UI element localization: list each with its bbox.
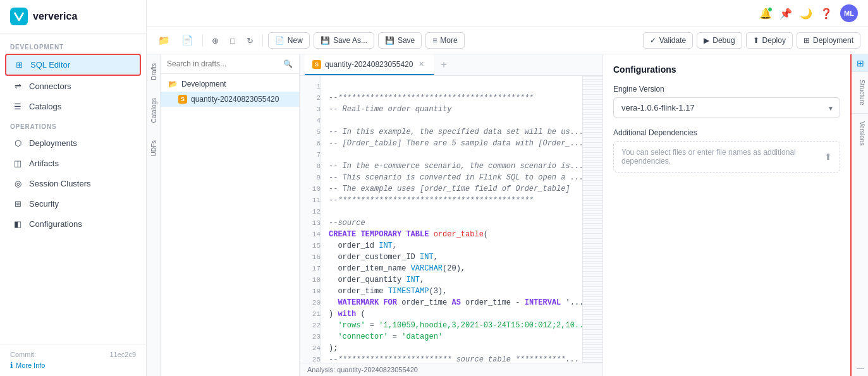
moon-icon[interactable]: 🌙 bbox=[800, 8, 812, 20]
more-info-link[interactable]: ℹ More Info bbox=[10, 361, 136, 370]
refresh-icon-btn[interactable]: ↻ bbox=[243, 33, 257, 48]
pin-icon[interactable]: 📌 bbox=[779, 8, 792, 20]
tab-add-btn[interactable]: ＋ bbox=[436, 56, 451, 74]
validate-icon: ✓ bbox=[650, 36, 656, 45]
new-btn-label: New bbox=[288, 36, 303, 45]
tab-close-btn[interactable]: ✕ bbox=[417, 59, 426, 69]
editor-area: Drafts Catalogs UDFs 🔍 📂 Development S q… bbox=[147, 54, 868, 376]
code-editor-wrapper: S quantity-20240823055420 ✕ ＋ 1234567891… bbox=[300, 54, 602, 376]
more-icon: ≡ bbox=[432, 36, 437, 45]
sidebar-item-label-connectors: Connectors bbox=[29, 82, 71, 91]
sidebar: ververica DEVELOPMENT ⊞ SQL Editor ⇌ Con… bbox=[0, 0, 147, 376]
code-area: 1234567891011121314151617181920212223242… bbox=[300, 76, 602, 363]
right-panel-collapse-btn[interactable]: — bbox=[852, 363, 868, 376]
target-icon-btn[interactable]: ⊕ bbox=[208, 33, 223, 48]
sidebar-item-catalogs[interactable]: ☰ Catalogs bbox=[5, 97, 141, 116]
drafts-search-input[interactable] bbox=[167, 59, 279, 68]
sidebar-item-label-artifacts: Artifacts bbox=[29, 159, 59, 168]
save-icon: 💾 bbox=[385, 36, 394, 45]
security-icon: ⊞ bbox=[13, 199, 23, 209]
tree-file-label: quantity-20240823055420 bbox=[191, 95, 279, 104]
tree-item-quantity-file[interactable]: S quantity-20240823055420 bbox=[161, 92, 299, 107]
tab-file-badge: S bbox=[312, 60, 321, 69]
right-panel-title: Configurations bbox=[613, 64, 840, 75]
editor-tabs-bar: S quantity-20240823055420 ✕ ＋ bbox=[300, 54, 602, 76]
notification-bell[interactable]: 🔔 bbox=[759, 8, 772, 20]
sidebar-item-label-security: Security bbox=[29, 199, 59, 209]
file-badge-sql: S bbox=[178, 95, 187, 104]
deploy-label: Deploy bbox=[762, 36, 786, 45]
sidebar-item-connectors[interactable]: ⇌ Connectors bbox=[5, 76, 141, 96]
notification-badge bbox=[767, 7, 773, 12]
sidebar-item-sql-editor[interactable]: ⊞ SQL Editor bbox=[5, 54, 141, 76]
debug-button[interactable]: ▶ Debug bbox=[697, 32, 742, 49]
engine-version-select[interactable]: vera-1.0.6-flink-1.17vera-1.0.5-flink-1.… bbox=[613, 97, 840, 118]
sidebar-item-deployments[interactable]: ⬡ Deployments bbox=[5, 133, 141, 153]
deployment-icon: ⊞ bbox=[804, 36, 810, 45]
search-icon: 🔍 bbox=[283, 59, 293, 68]
toolbar: 📁 📄 ⊕ □ ↻ 📄 New 💾 Save As... 💾 Save ≡ Mo… bbox=[147, 27, 868, 54]
vertical-tabs-panel: Drafts Catalogs UDFs bbox=[147, 54, 161, 376]
editor-tab-label: quantity-20240823055420 bbox=[325, 60, 413, 69]
more-info-label: More Info bbox=[16, 361, 45, 369]
more-button[interactable]: ≡ More bbox=[425, 32, 464, 49]
new-button[interactable]: 📄 New bbox=[268, 32, 310, 49]
square-icon-btn[interactable]: □ bbox=[226, 33, 239, 48]
sidebar-item-session-clusters[interactable]: ◎ Session Clusters bbox=[5, 174, 141, 193]
sidebar-footer: Commit: 11ec2c9 ℹ More Info bbox=[0, 344, 146, 376]
upload-icon: ⬆ bbox=[824, 152, 832, 162]
sidebar-item-security[interactable]: ⊞ Security bbox=[5, 194, 141, 214]
catalogs-icon: ☰ bbox=[13, 102, 23, 111]
deploy-icon: ⬆ bbox=[753, 36, 759, 45]
sidebar-item-artifacts[interactable]: ◫ Artifacts bbox=[5, 154, 141, 173]
folder-open-icon: 📂 bbox=[168, 80, 178, 88]
vertical-tab-drafts[interactable]: Drafts bbox=[147, 54, 160, 89]
additional-deps-box[interactable]: You can select files or enter file names… bbox=[613, 141, 840, 173]
editor-tab-active[interactable]: S quantity-20240823055420 ✕ bbox=[305, 54, 434, 75]
engine-version-field: Engine Version vera-1.0.6-flink-1.17vera… bbox=[613, 85, 840, 118]
right-panel-content: Configurations Engine Version vera-1.0.6… bbox=[603, 54, 850, 376]
right-vtab-versions-text[interactable]: Versions bbox=[852, 114, 868, 153]
vertical-tab-udfs[interactable]: UDFs bbox=[147, 131, 160, 166]
save-as-button[interactable]: 💾 Save As... bbox=[314, 32, 374, 49]
deployments-icon: ⬡ bbox=[13, 138, 23, 148]
engine-version-label: Engine Version bbox=[613, 85, 840, 94]
deployment-button[interactable]: ⊞ Deployment bbox=[797, 32, 860, 49]
commit-hash: 11ec2c9 bbox=[109, 351, 136, 358]
validate-label: Validate bbox=[659, 36, 686, 45]
additional-deps-field: Additional Dependencies You can select f… bbox=[613, 128, 840, 173]
sql-editor-icon: ⊞ bbox=[14, 60, 24, 70]
validate-button[interactable]: ✓ Validate bbox=[643, 32, 693, 49]
right-panel: Configurations Engine Version vera-1.0.6… bbox=[602, 54, 868, 376]
user-avatar[interactable]: ML bbox=[840, 4, 858, 22]
deploy-button[interactable]: ⬆ Deploy bbox=[746, 32, 793, 49]
connectors-icon: ⇌ bbox=[13, 82, 23, 91]
right-vtab-structure-text[interactable]: Structure bbox=[852, 72, 868, 114]
session-clusters-icon: ◎ bbox=[13, 179, 23, 188]
vertical-tab-catalogs[interactable]: Catalogs bbox=[147, 89, 160, 131]
nav-section-label-operations: OPERATIONS bbox=[0, 117, 146, 133]
folder-icon-btn[interactable]: 📁 bbox=[154, 32, 174, 49]
save-as-label: Save As... bbox=[333, 36, 367, 45]
more-label: More bbox=[440, 36, 457, 45]
sidebar-item-label-deployments: Deployments bbox=[29, 138, 77, 148]
drafts-panel: 🔍 📂 Development S quantity-2024082305542… bbox=[161, 54, 300, 376]
svg-rect-0 bbox=[10, 8, 28, 25]
new-btn-icon: 📄 bbox=[275, 36, 284, 45]
help-icon[interactable]: ❓ bbox=[820, 8, 833, 20]
sidebar-logo[interactable]: ververica bbox=[0, 0, 146, 33]
commit-label: Commit: bbox=[10, 351, 36, 358]
info-icon: ℹ bbox=[10, 361, 13, 370]
file-icon-btn[interactable]: 📄 bbox=[178, 32, 197, 49]
right-vertical-tabs: ⊞ Structure Versions — bbox=[850, 54, 868, 376]
tree-item-development[interactable]: 📂 Development bbox=[161, 76, 299, 92]
sidebar-item-configurations[interactable]: ◧ Configurations bbox=[5, 214, 141, 234]
code-content[interactable]: --**************************************… bbox=[321, 76, 582, 363]
right-vtab-configurations[interactable]: ⊞ bbox=[852, 54, 868, 72]
topbar: 🔔 📌 🌙 ❓ ML bbox=[147, 0, 868, 27]
configurations-icon: ◧ bbox=[13, 219, 23, 229]
save-button[interactable]: 💾 Save bbox=[378, 32, 422, 49]
editor-status-bar: Analysis: quantity-20240823055420 bbox=[300, 363, 602, 376]
tree-folder-label: Development bbox=[181, 80, 226, 88]
debug-icon: ▶ bbox=[704, 36, 709, 45]
